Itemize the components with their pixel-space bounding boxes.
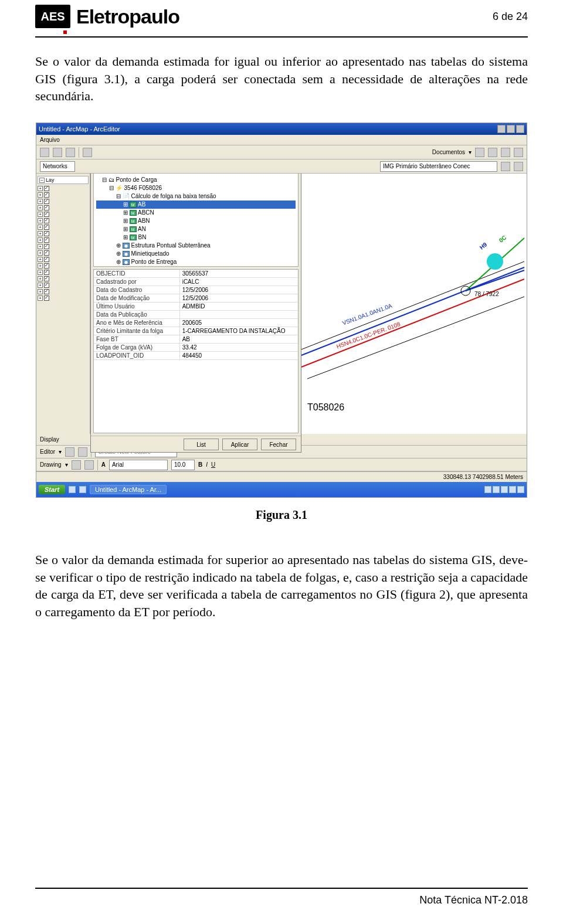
footer-text: Nota Técnica NT-2.018 — [419, 894, 528, 906]
window-titlebar: Untitled - ArcMap - ArcEditor — [36, 123, 527, 135]
save-icon[interactable] — [66, 148, 75, 157]
attr-tree[interactable]: ⊟ 🗂 Ponto de Carga ⊟ ⚡ 3546 F058026 ⊟ 📄 … — [93, 174, 299, 267]
attr-grid[interactable]: OBJECTID30565537 Cadastrado poriCALC Dat… — [93, 269, 299, 433]
logo-mark-text: AES — [40, 10, 65, 23]
status-coords: 330848.13 7402988.51 Meters — [443, 474, 523, 480]
attr-panel-buttons: List Aplicar Fechar — [91, 436, 301, 452]
toolbar-secondary: Networks IMG Primário Subterrâneo Conec — [36, 159, 527, 174]
map-label-node: 78 / 7922 — [474, 291, 499, 297]
statusbar: 330848.13 7402988.51 Meters — [36, 471, 527, 482]
menubar[interactable]: Arquivo — [36, 135, 527, 145]
logo-block: AES Eletropaulo — [35, 5, 179, 28]
quicklaunch-icon[interactable] — [69, 486, 76, 493]
logo-dot-icon — [63, 30, 67, 34]
figure-caption: Figura 3.1 — [35, 508, 528, 522]
main-area: − Lay + + + + + + + + + + + + + + + + + … — [36, 174, 527, 461]
new-icon[interactable] — [40, 148, 49, 157]
print-icon[interactable] — [83, 148, 92, 157]
toolbar-separator — [79, 147, 79, 158]
minimize-icon[interactable] — [497, 125, 506, 133]
map-trafo-label: T058026 — [307, 402, 344, 413]
attribute-editor-panel: Editor de Atributos ArcFM Seleção Inseri… — [90, 174, 301, 453]
page-header: AES Eletropaulo 6 de 24 — [35, 0, 528, 33]
edit-arrow-icon[interactable] — [65, 447, 74, 457]
paragraph-2: Se o valor da demanda estimada for super… — [35, 551, 528, 621]
drawing-bar: Drawing▾ A Arial 10.0 B I U — [36, 458, 527, 471]
map-canvas[interactable]: Editor de Atributos ArcFM Seleção Inseri… — [90, 174, 527, 461]
svg-line-3 — [301, 261, 524, 349]
tray-icon[interactable] — [493, 486, 500, 493]
svg-line-0 — [301, 267, 524, 355]
tool-icon[interactable] — [475, 148, 484, 157]
tray-icon[interactable] — [484, 486, 491, 493]
layers-header: − Lay — [38, 176, 89, 184]
layers-label: Lay — [46, 177, 55, 183]
layers-pane[interactable]: − Lay + + + + + + + + + + + + + + + + + … — [36, 174, 90, 461]
fontsize-dropdown[interactable]: 10.0 — [171, 460, 195, 470]
toolbar-standard: Documentos ▾ — [36, 145, 527, 159]
taskbar: Start Untitled - ArcMap - Ar... — [36, 482, 527, 497]
window-controls — [497, 125, 524, 133]
bold-icon[interactable]: B — [198, 461, 202, 468]
tool-icon[interactable] — [488, 148, 497, 157]
svg-point-7 — [487, 253, 503, 270]
open-icon[interactable] — [53, 148, 62, 157]
display-label: Display — [40, 436, 59, 443]
quicklaunch-icon[interactable] — [79, 486, 86, 493]
logo-text: Eletropaulo — [76, 5, 179, 28]
search-icon[interactable] — [514, 148, 523, 157]
window-title: Untitled - ArcMap - ArcEditor — [39, 125, 120, 133]
tool-icon[interactable] — [501, 148, 510, 157]
maximize-icon[interactable] — [507, 125, 515, 133]
apply-button[interactable]: Aplicar — [222, 439, 257, 450]
underline-icon[interactable]: U — [211, 461, 215, 468]
shape-icon[interactable] — [84, 460, 94, 470]
clear-icon[interactable] — [501, 162, 510, 171]
paragraph-1: Se o valor da demanda estimada for igual… — [35, 53, 528, 105]
tray-icon[interactable] — [517, 486, 524, 493]
header-rule — [35, 36, 528, 38]
svg-line-2 — [307, 297, 524, 379]
gis-screenshot: Untitled - ArcMap - ArcEditor Arquivo Do… — [36, 123, 527, 498]
font-dropdown[interactable]: Arial — [109, 460, 168, 470]
drawing-label[interactable]: Drawing — [40, 461, 62, 468]
pointer-icon[interactable] — [72, 460, 81, 470]
start-button[interactable]: Start — [39, 485, 65, 494]
page-count: 6 de 24 — [493, 11, 528, 23]
logo-mark: AES — [35, 5, 70, 28]
italic-icon[interactable]: I — [206, 461, 208, 468]
networks-dropdown[interactable]: Networks — [40, 161, 75, 172]
tray-icon[interactable] — [501, 486, 508, 493]
menu-arquivo[interactable]: Arquivo — [40, 137, 60, 143]
close-button[interactable]: Fechar — [261, 439, 296, 450]
edit-pencil-icon[interactable] — [78, 447, 87, 457]
tray-icon[interactable] — [509, 486, 516, 493]
img-dropdown[interactable]: IMG Primário Subterrâneo Conec — [380, 161, 497, 172]
close-icon[interactable] — [516, 125, 524, 133]
editor-label[interactable]: Editor — [40, 449, 55, 455]
footer-rule — [35, 888, 528, 889]
list-button[interactable]: List — [184, 439, 219, 450]
documentos-label[interactable]: Documentos — [432, 149, 465, 155]
binoculars-icon[interactable] — [514, 162, 523, 171]
task-arcmap[interactable]: Untitled - ArcMap - Ar... — [90, 485, 167, 494]
system-tray — [484, 486, 524, 493]
collapse-icon[interactable]: − — [39, 178, 45, 183]
